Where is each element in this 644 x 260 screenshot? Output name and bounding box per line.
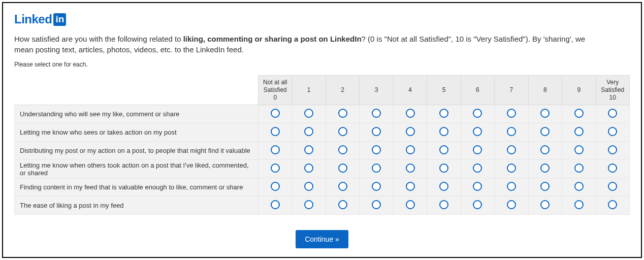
radio-option[interactable] xyxy=(338,127,347,136)
radio-cell xyxy=(562,142,596,160)
radio-option[interactable] xyxy=(540,145,550,154)
radio-option[interactable] xyxy=(439,145,448,154)
radio-cell xyxy=(326,123,359,142)
radio-option[interactable] xyxy=(304,109,313,118)
radio-option[interactable] xyxy=(338,182,347,191)
continue-container: Continue » xyxy=(14,230,630,248)
radio-cell xyxy=(259,123,292,142)
question-pre: How satisfied are you with the following… xyxy=(14,35,183,43)
radio-option[interactable] xyxy=(473,182,482,191)
radio-option[interactable] xyxy=(507,200,516,209)
radio-cell xyxy=(461,142,494,160)
radio-option[interactable] xyxy=(304,200,313,209)
radio-cell xyxy=(427,160,461,178)
radio-cell xyxy=(562,197,596,215)
radio-option[interactable] xyxy=(540,200,550,209)
radio-cell xyxy=(528,142,562,160)
radio-option[interactable] xyxy=(540,182,550,191)
radio-option[interactable] xyxy=(608,127,617,136)
radio-option[interactable] xyxy=(406,145,415,154)
radio-cell xyxy=(495,160,528,178)
radio-option[interactable] xyxy=(507,164,516,173)
radio-option[interactable] xyxy=(304,182,313,191)
radio-option[interactable] xyxy=(338,109,347,118)
radio-option[interactable] xyxy=(304,145,313,154)
radio-option[interactable] xyxy=(372,200,381,209)
radio-cell xyxy=(461,197,494,215)
radio-option[interactable] xyxy=(473,109,482,118)
radio-option[interactable] xyxy=(372,182,381,191)
radio-cell xyxy=(292,178,326,197)
radio-cell xyxy=(326,105,359,123)
radio-option[interactable] xyxy=(338,145,347,154)
radio-cell xyxy=(495,105,528,123)
table-row: Letting me know who sees or takes action… xyxy=(15,123,630,142)
radio-option[interactable] xyxy=(574,200,584,209)
radio-cell xyxy=(393,178,427,197)
radio-option[interactable] xyxy=(372,164,381,173)
radio-cell xyxy=(393,142,427,160)
radio-option[interactable] xyxy=(439,182,448,191)
radio-option[interactable] xyxy=(304,164,313,173)
radio-option[interactable] xyxy=(507,182,516,191)
radio-option[interactable] xyxy=(271,200,280,209)
radio-option[interactable] xyxy=(574,164,584,173)
radio-option[interactable] xyxy=(473,127,482,136)
radio-option[interactable] xyxy=(574,145,584,154)
radio-option[interactable] xyxy=(372,109,381,118)
instruction-text: Please select one for each. xyxy=(14,61,630,68)
radio-option[interactable] xyxy=(439,200,448,209)
radio-option[interactable] xyxy=(338,200,347,209)
radio-option[interactable] xyxy=(574,182,584,191)
radio-option[interactable] xyxy=(271,109,280,118)
radio-option[interactable] xyxy=(372,127,381,136)
radio-cell xyxy=(360,142,393,160)
radio-option[interactable] xyxy=(406,164,415,173)
radio-cell xyxy=(495,142,528,160)
scale-header-1: 1 xyxy=(292,76,326,105)
radio-option[interactable] xyxy=(439,109,448,118)
radio-option[interactable] xyxy=(439,164,448,173)
radio-option[interactable] xyxy=(473,164,482,173)
matrix-header-row: Not at all Satisfied0 1 2 3 4 5 6 7 8 9 … xyxy=(15,76,630,105)
radio-cell xyxy=(292,105,326,123)
table-row: Finding content in my feed that is valua… xyxy=(15,178,630,197)
radio-option[interactable] xyxy=(271,127,280,136)
radio-option[interactable] xyxy=(406,109,415,118)
radio-option[interactable] xyxy=(540,127,550,136)
radio-option[interactable] xyxy=(608,182,617,191)
radio-option[interactable] xyxy=(338,164,347,173)
radio-option[interactable] xyxy=(473,200,482,209)
radio-option[interactable] xyxy=(574,127,584,136)
radio-option[interactable] xyxy=(507,109,516,118)
radio-option[interactable] xyxy=(271,164,280,173)
radio-cell xyxy=(427,105,461,123)
radio-option[interactable] xyxy=(608,164,617,173)
radio-option[interactable] xyxy=(540,109,550,118)
radio-option[interactable] xyxy=(439,127,448,136)
radio-option[interactable] xyxy=(406,127,415,136)
row-label: Letting me know who sees or takes action… xyxy=(15,123,259,142)
radio-option[interactable] xyxy=(608,109,617,118)
radio-option[interactable] xyxy=(507,145,516,154)
radio-option[interactable] xyxy=(473,145,482,154)
radio-cell xyxy=(562,105,596,123)
radio-option[interactable] xyxy=(608,200,617,209)
radio-cell xyxy=(326,178,359,197)
radio-option[interactable] xyxy=(372,145,381,154)
radio-option[interactable] xyxy=(540,164,550,173)
radio-cell xyxy=(461,160,494,178)
radio-option[interactable] xyxy=(271,182,280,191)
radio-option[interactable] xyxy=(304,127,313,136)
radio-cell xyxy=(292,142,326,160)
radio-option[interactable] xyxy=(574,109,584,118)
linkedin-logo-text: Linked xyxy=(14,12,52,26)
radio-option[interactable] xyxy=(507,127,516,136)
radio-option[interactable] xyxy=(608,145,617,154)
radio-option[interactable] xyxy=(406,200,415,209)
radio-option[interactable] xyxy=(271,145,280,154)
continue-button[interactable]: Continue » xyxy=(296,230,348,248)
survey-frame: Linked in How satisfied are you with the… xyxy=(2,2,642,258)
radio-option[interactable] xyxy=(406,182,415,191)
scale-header-10: Very Satisfied10 xyxy=(596,76,629,105)
